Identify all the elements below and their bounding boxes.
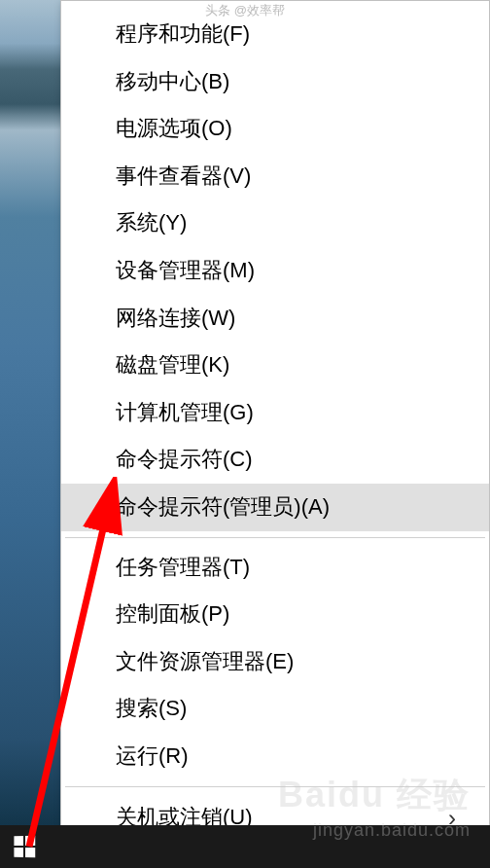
- menu-item-label: 文件资源管理器(E): [116, 648, 294, 676]
- menu-device-manager[interactable]: 设备管理器(M): [61, 247, 489, 295]
- menu-programs-features[interactable]: 程序和功能(F): [61, 11, 489, 58]
- menu-computer-management[interactable]: 计算机管理(G): [61, 389, 489, 437]
- menu-mobility-center[interactable]: 移动中心(B): [61, 58, 489, 106]
- menu-item-label: 设备管理器(M): [116, 257, 255, 285]
- windows-logo-icon: [14, 836, 35, 858]
- menu-item-label: 运行(R): [116, 742, 189, 771]
- menu-item-label: 移动中心(B): [116, 68, 229, 96]
- menu-item-label: 程序和功能(F): [116, 20, 250, 49]
- start-button[interactable]: [0, 825, 49, 868]
- menu-run[interactable]: 运行(R): [61, 733, 489, 780]
- menu-item-label: 计算机管理(G): [116, 399, 254, 427]
- menu-item-label: 电源选项(O): [116, 115, 232, 143]
- menu-separator: [65, 786, 485, 787]
- menu-item-label: 系统(Y): [116, 209, 187, 237]
- menu-item-label: 命令提示符(C): [116, 446, 253, 474]
- menu-item-label: 控制面板(P): [116, 600, 229, 629]
- winx-context-menu: 程序和功能(F)移动中心(B)电源选项(O)事件查看器(V)系统(Y)设备管理器…: [60, 0, 490, 864]
- menu-event-viewer[interactable]: 事件查看器(V): [61, 153, 489, 200]
- taskbar: [0, 825, 490, 868]
- menu-task-manager[interactable]: 任务管理器(T): [61, 544, 489, 592]
- menu-command-prompt-admin[interactable]: 命令提示符(管理员)(A): [61, 484, 489, 531]
- menu-item-label: 事件查看器(V): [116, 163, 251, 191]
- menu-item-label: 磁盘管理(K): [116, 351, 229, 380]
- menu-power-options[interactable]: 电源选项(O): [61, 105, 489, 153]
- menu-command-prompt[interactable]: 命令提示符(C): [61, 436, 489, 484]
- menu-network-connections[interactable]: 网络连接(W): [61, 295, 489, 343]
- menu-file-explorer[interactable]: 文件资源管理器(E): [61, 638, 489, 686]
- menu-control-panel[interactable]: 控制面板(P): [61, 591, 489, 638]
- menu-separator: [65, 537, 485, 538]
- menu-disk-management[interactable]: 磁盘管理(K): [61, 342, 489, 389]
- menu-item-label: 任务管理器(T): [116, 554, 250, 582]
- menu-item-label: 搜索(S): [116, 695, 187, 723]
- menu-search[interactable]: 搜索(S): [61, 685, 489, 733]
- menu-item-label: 网络连接(W): [116, 305, 235, 333]
- menu-item-label: 命令提示符(管理员)(A): [116, 493, 330, 522]
- menu-system[interactable]: 系统(Y): [61, 199, 489, 247]
